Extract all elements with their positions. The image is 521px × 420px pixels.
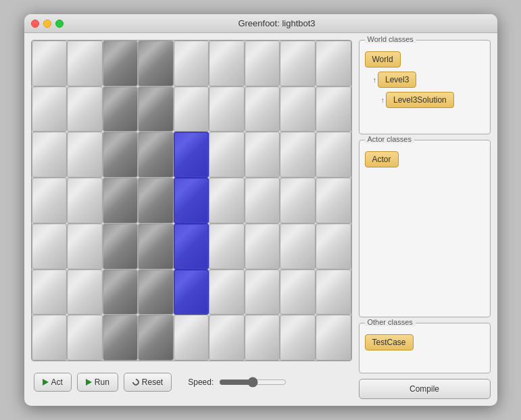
other-classes-label: Other classes [365,318,416,326]
tile [138,41,174,86]
main-window: Greenfoot: lightbot3 Act Run [24,14,497,406]
minimize-button[interactable] [43,20,51,28]
run-icon [86,379,92,386]
tile [280,132,316,178]
level3solution-class-button[interactable]: Level3Solution [386,92,454,108]
world-class-button[interactable]: World [365,51,401,68]
tile [280,315,316,361]
titlebar: Greenfoot: lightbot3 [24,14,497,33]
actor-class-hierarchy: Actor [365,146,485,167]
tile [209,224,245,269]
actor-class-row: Actor [365,151,485,167]
world-class-row: World [365,51,485,68]
tile [32,86,68,132]
tile [245,86,280,132]
tile [103,178,139,224]
tile [67,224,103,269]
tile [245,269,280,315]
reset-label: Reset [142,377,163,387]
tile [316,178,351,224]
tile [32,178,68,224]
tile [316,224,351,269]
compile-button[interactable]: Compile [359,379,491,399]
reset-icon [131,377,141,387]
tile [316,315,351,361]
world-canvas [31,40,352,361]
run-button[interactable]: Run [77,373,118,392]
tile [138,178,174,224]
tile [316,269,351,315]
testcase-class-button[interactable]: TestCase [365,334,414,350]
tile [245,315,280,361]
tile [280,224,316,269]
run-label: Run [95,377,109,387]
other-class-hierarchy: TestCase [365,329,485,350]
tile [103,315,139,361]
tile [209,41,245,86]
actor-class-button[interactable]: Actor [365,151,399,167]
tile [245,224,280,269]
controls-bar: Act Run Reset Speed: [31,365,352,399]
world-area: Act Run Reset Speed: [31,40,352,399]
tile [316,86,351,132]
tile [174,41,209,86]
tile [245,41,280,86]
testcase-class-row: TestCase [365,334,485,350]
speed-label: Speed: [188,377,214,387]
tile [316,41,351,86]
world-class-hierarchy: World ↑ Level3 ↑ Level3Solution [365,46,485,108]
tile [174,315,209,361]
tile [32,224,68,269]
reset-button[interactable]: Reset [124,373,172,392]
tile [67,41,103,86]
tile [174,86,209,132]
tile [67,269,103,315]
maximize-button[interactable] [55,20,64,28]
tile [103,269,139,315]
close-button[interactable] [31,20,39,28]
level3-arrow: ↑ [373,76,377,84]
other-classes-section: Other classes TestCase [359,323,491,373]
tile [67,315,103,361]
tile [174,224,209,269]
tile [209,315,245,361]
tile [280,41,316,86]
tile [280,86,316,132]
tile [174,178,209,224]
act-icon [43,379,49,386]
window-title: Greenfoot: lightbot3 [64,18,491,28]
main-content: Act Run Reset Speed: World classes [24,33,497,406]
tile-grid [32,41,351,361]
level3-class-row: ↑ Level3 [373,72,485,88]
act-label: Act [51,377,63,387]
tile [103,86,139,132]
tile [32,41,68,86]
tile [174,269,209,315]
tile [209,86,245,132]
tile [32,315,68,361]
traffic-lights [31,20,64,28]
tile [245,178,280,224]
level3-class-button[interactable]: Level3 [378,72,416,88]
tile [209,269,245,315]
tile [67,86,103,132]
tile [138,224,174,269]
tile [280,178,316,224]
tile [209,178,245,224]
level3solution-arrow: ↑ [381,96,385,104]
level3solution-class-row: ↑ Level3Solution [381,92,485,108]
speed-slider[interactable] [219,377,287,388]
tile [209,132,245,178]
tile [103,224,139,269]
tile [138,315,174,361]
right-panel: World classes World ↑ Level3 ↑ Level3Sol… [359,40,491,399]
tile [174,132,209,178]
tile [67,178,103,224]
tile [280,269,316,315]
act-button[interactable]: Act [34,373,72,392]
tile [138,269,174,315]
tile [316,132,351,178]
tile [138,86,174,132]
tile [245,132,280,178]
world-classes-label: World classes [365,35,416,43]
